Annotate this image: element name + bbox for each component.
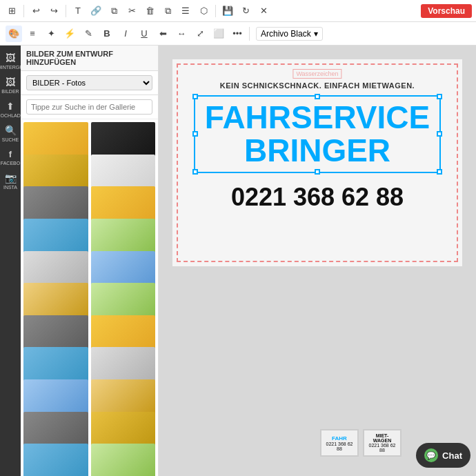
bottom-thumbnails: FAHR 0221 368 62 88 MIET-WAGEN 0221 368 … — [320, 429, 401, 457]
sidebar-label-facebook: FACEBO — [1, 161, 20, 166]
crop-icon[interactable]: ⬜ — [210, 26, 227, 42]
redo-icon[interactable]: ↪ — [46, 3, 61, 19]
image-panel: BILDER ZUM ENTWURF HINZUFÜGEN BILDER - F… — [21, 46, 159, 476]
handle-bl[interactable] — [192, 169, 198, 175]
stack-icon[interactable]: ⬡ — [196, 3, 211, 19]
layers-icon[interactable]: ☰ — [178, 3, 193, 19]
preview-button[interactable]: Vorschau — [421, 4, 472, 18]
chat-icon: 💬 — [424, 448, 438, 462]
delete-icon[interactable]: 🗑 — [142, 3, 157, 19]
toolbar-divider2 — [66, 5, 66, 17]
sidebar-label-background: HINTERGR — [0, 65, 23, 70]
facebook-icon: f — [9, 149, 12, 159]
undo-icon[interactable]: ↩ — [28, 3, 43, 19]
image-thumb-20[interactable]: Passagier-Strasse — [23, 444, 88, 476]
sidebar-item-background[interactable]: 🖼 HINTERGR — [1, 50, 20, 72]
link-icon[interactable]: 🔗 — [88, 3, 103, 19]
image-thumb-21[interactable]: Passagier-Strasse2 — [91, 444, 156, 476]
handle-tr[interactable] — [437, 94, 442, 99]
lightning-icon[interactable]: ⚡ — [61, 26, 78, 42]
images-icon: 🖼 — [6, 77, 15, 88]
canvas-watermark: Wasserzeichen — [292, 69, 341, 79]
image-panel-search-area — [21, 95, 158, 119]
close-icon[interactable]: ✕ — [256, 3, 271, 19]
image-filter-select[interactable]: BILDER - Fotos — [26, 75, 152, 90]
grid-icon[interactable]: ⊞ — [4, 3, 19, 19]
canvas-area: Wasserzeichen KEIN SCHNICKSCHNACK. EINFA… — [159, 46, 476, 476]
toolbar-divider3 — [215, 5, 216, 17]
instagram-icon: 📷 — [5, 172, 17, 184]
align-left-icon[interactable]: ⬅ — [155, 26, 171, 42]
save-icon[interactable]: 💾 — [220, 3, 235, 19]
italic-icon[interactable]: I — [117, 26, 134, 42]
handle-br[interactable] — [437, 169, 442, 175]
sidebar-icons: 🖼 HINTERGR 🖼 BILDER ⬆ HOCHLADE 🔍 SUCHE f… — [0, 46, 21, 476]
cut-icon[interactable]: ✂ — [124, 3, 139, 19]
sidebar-item-facebook[interactable]: f FACEBO — [1, 146, 20, 168]
image-search-input[interactable] — [26, 99, 152, 115]
canvas-wrapper: Wasserzeichen KEIN SCHNICKSCHNACK. EINFA… — [172, 59, 462, 266]
font-dropdown-arrow: ▾ — [314, 29, 318, 39]
second-divider — [249, 27, 250, 41]
bold-icon[interactable]: B — [99, 26, 115, 42]
underline-icon[interactable]: U — [136, 26, 152, 42]
handle-ml[interactable] — [192, 131, 198, 137]
handle-bm[interactable] — [315, 169, 320, 175]
align-icon[interactable]: ≡ — [24, 26, 41, 42]
main-area: 🖼 HINTERGR 🖼 BILDER ⬆ HOCHLADE 🔍 SUCHE f… — [0, 46, 476, 476]
handle-tl[interactable] — [192, 94, 198, 99]
chat-button[interactable]: 💬 Chat — [416, 443, 470, 468]
sidebar-label-search: SUCHE — [2, 137, 19, 142]
chat-label: Chat — [442, 450, 462, 461]
handle-tm[interactable] — [315, 94, 320, 99]
duplicate-icon[interactable]: ⧉ — [160, 3, 175, 19]
second-toolbar: 🎨 ≡ ✦ ⚡ ✎ B I U ⬅ ↔ ⤢ ⬜ ••• Archivo Blac… — [0, 22, 476, 46]
sparkle-icon[interactable]: ✦ — [43, 26, 59, 42]
thumbnail-2[interactable]: MIET-WAGEN 0221 368 62 88 — [363, 429, 401, 457]
paint-icon[interactable]: 🎨 — [6, 26, 22, 42]
handle-mr[interactable] — [437, 131, 442, 137]
search-icon: 🔍 — [5, 125, 17, 136]
sidebar-label-instagram: INSTA — [3, 185, 17, 190]
copy-icon[interactable]: ⧉ — [106, 3, 121, 19]
canvas-phone: 0221 368 62 88 — [231, 183, 404, 212]
sidebar-label-images: BILDER — [1, 89, 19, 94]
refresh-icon[interactable]: ↻ — [238, 3, 253, 19]
font-selector[interactable]: Archivo Black ▾ — [256, 27, 323, 41]
thumbnail-1[interactable]: FAHR 0221 368 62 88 — [320, 429, 359, 457]
upload-icon: ⬆ — [6, 101, 14, 112]
align-right-icon[interactable]: ↔ — [173, 26, 190, 42]
resize-icon[interactable]: ⤢ — [192, 26, 208, 42]
top-toolbar: ⊞ ↩ ↪ T 🔗 ⧉ ✂ 🗑 ⧉ ☰ ⬡ 💾 ↻ ✕ Vorschau — [0, 0, 476, 22]
image-panel-filter: BILDER - Fotos — [21, 71, 158, 95]
image-panel-header: BILDER ZUM ENTWURF HINZUFÜGEN — [21, 46, 158, 71]
toolbar-divider — [23, 5, 24, 17]
image-grid: 1Taxi-Bahnhof1Taxi-Dachschild11Taxi-Dach… — [21, 119, 158, 476]
more-icon[interactable]: ••• — [229, 26, 246, 42]
canvas-tagline: KEIN SCHNICKSCHNACK. EINFACH MIETWAGEN. — [220, 81, 415, 90]
sidebar-item-images[interactable]: 🖼 BILDER — [1, 74, 20, 97]
font-name: Archivo Black — [261, 29, 311, 39]
text-icon[interactable]: T — [70, 3, 86, 19]
pencil-icon[interactable]: ✎ — [80, 26, 97, 42]
background-icon: 🖼 — [6, 52, 15, 63]
sidebar-item-search[interactable]: 🔍 SUCHE — [1, 122, 20, 145]
sidebar-item-instagram[interactable]: 📷 INSTA — [1, 170, 20, 192]
canvas-title-line1: FAHRSERVICE — [205, 101, 430, 134]
canvas-content: KEIN SCHNICKSCHNACK. EINFACH MIETWAGEN. … — [174, 61, 461, 226]
canvas-title-line2: BRINGER — [205, 134, 430, 167]
canvas-title-box[interactable]: FAHRSERVICE BRINGER — [194, 95, 441, 173]
sidebar-item-upload[interactable]: ⬆ HOCHLADE — [1, 98, 20, 121]
